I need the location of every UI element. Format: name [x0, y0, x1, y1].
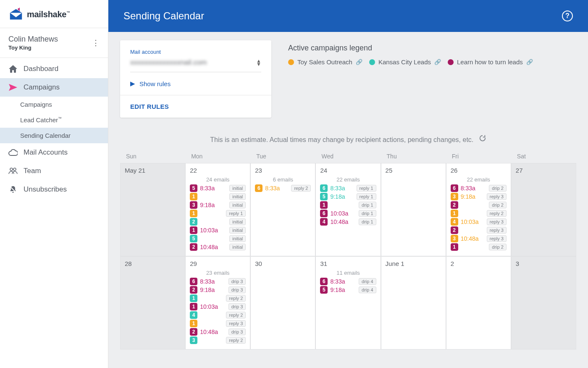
nav-campaigns[interactable]: Campaigns: [0, 78, 108, 97]
cell-summary: 23 emails: [190, 270, 246, 276]
calendar-event[interactable]: 6 10:03a drip 1: [320, 210, 376, 217]
legend-dot-icon: [369, 59, 375, 65]
nav-team[interactable]: Team: [0, 162, 108, 180]
calendar-event[interactable]: 6 8:33a drip 2: [451, 184, 507, 192]
nav-unsubscribes[interactable]: Unsubscribes: [0, 180, 108, 199]
calendar-cell[interactable]: 3111 emails 6 8:33a drip 4 5 9:18a drip …: [315, 256, 381, 350]
dow-header: Sun: [120, 150, 185, 163]
calendar-cell[interactable]: 2622 emails 6 8:33a drip 2 3 9:18a reply…: [446, 163, 511, 256]
calendar-cell[interactable]: 25: [381, 163, 446, 256]
calendar-event[interactable]: 6 8:33a reply 1: [320, 184, 376, 192]
calendar-event[interactable]: 2 10:48a initial: [190, 243, 246, 251]
legend-item[interactable]: Toy Sales Outreach🔗: [288, 58, 362, 66]
show-rules-toggle[interactable]: ▶ Show rules: [130, 72, 261, 95]
calendar-event[interactable]: 1 10:03a initial: [190, 226, 246, 234]
event-tag: initial: [229, 185, 246, 192]
calendar-event[interactable]: 1 reply 2: [451, 210, 507, 217]
calendar-event[interactable]: 2 drip 2: [451, 201, 507, 209]
calendar-event[interactable]: 4 10:48a drip 1: [320, 218, 376, 226]
nav-mail-accounts[interactable]: Mail Accounts: [0, 143, 108, 162]
event-count-badge: 1: [190, 303, 197, 310]
user-menu-icon[interactable]: ⋮: [92, 38, 100, 47]
calendar-event[interactable]: 1 reply 1: [190, 210, 246, 217]
calendar-cell[interactable]: May 21: [120, 163, 185, 256]
calendar-event[interactable]: 1 drip 2: [451, 243, 507, 251]
calendar-event[interactable]: 3 9:18a reply 3: [451, 193, 507, 200]
event-count-badge: 4: [451, 218, 458, 226]
mail-account-card: Mail account xxxxxxxxxxxxxxnail.com ▲▼ ▶…: [120, 40, 271, 118]
dow-header: Mon: [185, 150, 250, 163]
nav-dashboard[interactable]: Dashboard: [0, 60, 108, 78]
event-count-badge: 1: [451, 210, 458, 217]
subnav-campaigns[interactable]: Campaigns: [0, 97, 108, 112]
calendar-event[interactable]: 3 9:18a initial: [190, 201, 246, 209]
calendar-cell[interactable]: 27: [511, 163, 576, 256]
event-count-badge: 2: [451, 201, 458, 209]
calendar-cell[interactable]: 2224 emails 5 8:33a initial 1 initial 3: [185, 163, 250, 256]
legend-item[interactable]: Kansas City Leads🔗: [369, 58, 441, 66]
calendar-event[interactable]: 2 initial: [190, 218, 246, 226]
calendar-cell[interactable]: 30: [250, 256, 315, 350]
event-tag: initial: [229, 202, 246, 208]
calendar-event[interactable]: 5 initial: [190, 235, 246, 242]
refresh-icon[interactable]: [479, 134, 486, 144]
calendar-event[interactable]: 5 8:33a initial: [190, 184, 246, 192]
event-count-badge: 4: [320, 218, 328, 226]
calendar-event[interactable]: 2 9:18a drip 3: [190, 286, 246, 294]
mail-account-select[interactable]: xxxxxxxxxxxxxxnail.com ▲▼: [130, 55, 261, 72]
main-nav: Dashboard Campaigns Campaigns Lead Catch…: [0, 58, 108, 199]
calendar-event[interactable]: 3 reply 2: [190, 336, 246, 344]
chevron-updown-icon: ▲▼: [256, 59, 261, 66]
calendar-event[interactable]: 1 initial: [190, 193, 246, 200]
cell-date: 3: [516, 260, 572, 267]
people-icon: [8, 167, 18, 175]
event-tag: drip 2: [489, 185, 507, 192]
link-icon[interactable]: 🔗: [526, 59, 533, 65]
svg-point-1: [13, 168, 16, 171]
help-icon[interactable]: ?: [562, 11, 573, 21]
calendar: SunMonTueWedThuFriSat May 212224 emails …: [120, 150, 576, 350]
event-tag: reply 1: [357, 193, 376, 200]
calendar-event[interactable]: 2 10:48a drip 3: [190, 328, 246, 336]
cell-summary: 24 emails: [190, 176, 246, 183]
calendar-event[interactable]: 1 drip 1: [320, 201, 376, 209]
calendar-cell[interactable]: 2: [446, 256, 511, 350]
calendar-cell[interactable]: 236 emails 6 8:33a reply 2: [250, 163, 315, 256]
event-time: 10:48a: [200, 244, 218, 250]
calendar-event[interactable]: 4 reply 2: [190, 311, 246, 319]
link-icon[interactable]: 🔗: [434, 59, 441, 65]
calendar-event[interactable]: 6 8:33a drip 4: [320, 278, 376, 285]
subnav-lead-catcher[interactable]: Lead Catcher™: [0, 112, 108, 128]
calendar-event[interactable]: 2 reply 3: [451, 226, 507, 234]
event-time: 10:48a: [461, 235, 479, 242]
calendar-cell[interactable]: 28: [120, 256, 185, 350]
calendar-cell[interactable]: 2422 emails 6 8:33a reply 1 5 9:18a repl…: [315, 163, 381, 256]
event-count-badge: 3: [190, 336, 197, 344]
calendar-event[interactable]: 3 10:48a reply 3: [451, 235, 507, 242]
event-tag: reply 2: [291, 185, 311, 192]
calendar-event[interactable]: 1 reply 3: [190, 320, 246, 327]
event-count-badge: 2: [451, 226, 458, 234]
legend-item[interactable]: Learn how to turn leads🔗: [448, 58, 533, 66]
calendar-event[interactable]: 5 9:18a reply 1: [320, 193, 376, 200]
link-icon[interactable]: 🔗: [356, 59, 362, 65]
calendar-event[interactable]: 1 reply 2: [190, 294, 246, 302]
calendar-event[interactable]: 5 9:18a drip 4: [320, 286, 376, 294]
calendar-event[interactable]: 6 8:33a reply 2: [255, 184, 311, 192]
subnav-sending-calendar[interactable]: Sending Calendar: [0, 128, 108, 143]
brand-logo[interactable]: mailshake™: [0, 0, 108, 28]
dow-header: Tue: [250, 150, 315, 163]
event-count-badge: 3: [451, 235, 458, 242]
calendar-cell[interactable]: 2923 emails 6 8:33a drip 3 2 9:18a drip …: [185, 256, 250, 350]
calendar-event[interactable]: 1 10:03a drip 3: [190, 303, 246, 310]
cell-date: 2: [451, 260, 507, 267]
calendar-cell[interactable]: June 1: [381, 256, 446, 350]
legend: Active campaigns legend Toy Sales Outrea…: [288, 40, 533, 66]
edit-rules-button[interactable]: EDIT RULES: [120, 95, 271, 118]
event-count-badge: 1: [190, 193, 197, 200]
calendar-event[interactable]: 6 8:33a drip 3: [190, 278, 246, 285]
event-time: 10:03a: [461, 218, 479, 225]
legend-dot-icon: [288, 59, 294, 65]
calendar-event[interactable]: 4 10:03a reply 3: [451, 218, 507, 226]
calendar-cell[interactable]: 3: [511, 256, 576, 350]
